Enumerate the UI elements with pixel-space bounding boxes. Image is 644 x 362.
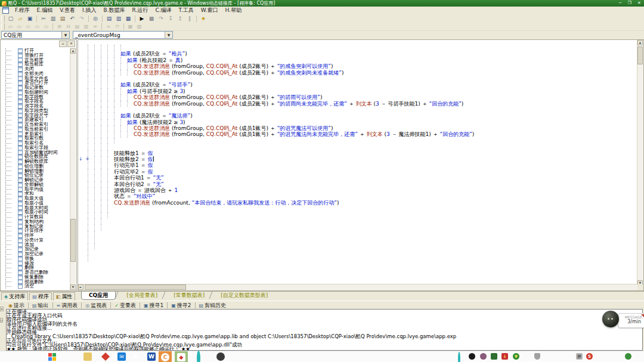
dock-pin-button[interactable]: ▫ xyxy=(59,41,67,47)
menu-item[interactable]: V.查看 xyxy=(56,7,79,14)
tree-item[interactable]: 加空记录 xyxy=(1,252,71,256)
purple-tray-icon[interactable] xyxy=(480,353,487,360)
close-button[interactable]: ✕ xyxy=(634,0,644,7)
scroll-down-icon[interactable]: ▼ xyxy=(70,284,76,290)
code-line[interactable]: 如果 (弓箭手技能2 ≥ 3) xyxy=(88,88,474,94)
code-line[interactable] xyxy=(88,206,474,212)
code-line[interactable]: 如果 (成员2职业 ＝ “魔法师”) xyxy=(88,113,474,119)
mdi-document-icon[interactable] xyxy=(2,7,9,14)
code-line[interactable] xyxy=(88,107,474,113)
tree-item[interactable]: 置当前索引 xyxy=(1,122,71,127)
red-download-tray-icon[interactable]: ↓ xyxy=(501,353,508,360)
tree-item[interactable]: 删除 xyxy=(1,265,71,270)
editor-tab[interactable]: [全局变量表] xyxy=(121,292,163,299)
code-line[interactable]: 技能释放1 ＝ 假 xyxy=(88,150,474,156)
red-app-icon[interactable]: ◆ xyxy=(175,351,188,362)
tree-item[interactable]: 更新索引 xyxy=(1,132,71,137)
teal-ring-tray-icon[interactable] xyxy=(458,353,465,360)
menu-item[interactable]: I.插入 xyxy=(79,7,100,14)
code-line[interactable]: CQ.发送群消息 (fromGroup, CQ.CQ码_At (成员2账号) ＋… xyxy=(88,70,474,76)
code-line[interactable]: 行动完毕1 ＝ 假 xyxy=(88,162,474,168)
code-line[interactable]: ↓ +技能释放2 ＝ 假 xyxy=(88,156,474,162)
code-line[interactable] xyxy=(88,237,474,243)
code-line[interactable] xyxy=(88,144,474,150)
tree-item[interactable]: 置加锁重试时间 xyxy=(1,150,71,155)
file-explorer-icon[interactable] xyxy=(83,352,92,361)
tree-item[interactable]: 锁住增删 xyxy=(1,164,71,169)
menu-item[interactable]: H.帮助 xyxy=(222,7,245,14)
run-icon[interactable]: ▶ xyxy=(138,14,146,23)
coolq-icon[interactable]: C xyxy=(159,351,172,362)
code-line[interactable]: CQ.发送群消息 (fromGroup, CQ.CQ码_At (成员1账号) ＋… xyxy=(88,125,474,131)
cascade-windows-icon[interactable]: ▦ xyxy=(124,14,132,23)
tree-item[interactable]: 恢复删除 xyxy=(1,275,71,280)
code-line[interactable]: 如果 (魔法师技能2 ≥ 3) xyxy=(88,119,474,125)
paste-icon[interactable]: ▤ xyxy=(58,14,67,23)
find-icon[interactable]: ◎ xyxy=(91,14,100,23)
tree-item[interactable]: 取库文件名 xyxy=(1,76,71,81)
tree-item[interactable]: 取索引数 xyxy=(1,136,71,141)
tree-item[interactable]: 全部关闭 xyxy=(1,72,71,76)
tree-item[interactable]: 修改 xyxy=(1,261,71,266)
tree-item[interactable]: 分类计算 xyxy=(1,238,71,243)
code-line[interactable]: CQ.发送群消息 (fromGroup, CQ.CQ码_At (成员1账号) ＋… xyxy=(88,131,474,137)
editor-tab[interactable]: CQ应用 xyxy=(81,292,116,300)
dark-circle-icon[interactable] xyxy=(216,352,225,361)
bottom-tab-剪辑历史[interactable]: ▤剪辑历史 xyxy=(197,302,229,310)
minimize-button[interactable]: ─ xyxy=(615,0,625,7)
code-line[interactable]: CQ.发送群消息 (fromGroup, CQ.CQ码_At (成员2账号) ＋… xyxy=(88,63,474,69)
output-close-button[interactable]: ✕ xyxy=(0,307,4,311)
bottom-tab-提示[interactable]: ◉提示 xyxy=(6,302,27,310)
tree-item[interactable]: 打开 xyxy=(1,48,71,53)
coin-tray-icon[interactable]: ¥ xyxy=(513,353,519,360)
tree-item[interactable]: 是否已打开 xyxy=(1,81,71,85)
tree-item[interactable]: 取最大值 xyxy=(1,196,71,201)
coolq-ball-icon[interactable] xyxy=(602,311,619,327)
tree-item[interactable]: 添加 xyxy=(1,243,71,247)
ime-tray-icon[interactable]: 拼 xyxy=(576,353,583,360)
new-file-icon[interactable]: ▢ xyxy=(7,14,15,23)
undo-icon[interactable]: ↶ xyxy=(68,14,76,23)
teal-ring-icon[interactable] xyxy=(197,352,206,361)
code-line[interactable] xyxy=(88,218,474,224)
tree-item[interactable]: 替换 xyxy=(1,256,71,261)
panel-tab-属性[interactable]: ◧属性 xyxy=(53,292,76,301)
red-s-tray-icon[interactable]: S xyxy=(586,353,593,360)
command-tree[interactable]: 打开替换打开置当前库取当前库关闭全部关闭取库文件名是否已打开取记录数取创建时间取… xyxy=(1,48,71,290)
code-line[interactable] xyxy=(88,76,474,82)
tree-item[interactable]: 取索引字段 xyxy=(1,146,71,150)
tree-item[interactable]: 锁住记录 xyxy=(1,173,71,178)
tree-item[interactable]: 复制记录 xyxy=(1,224,71,229)
tree-item[interactable]: 取索引名 xyxy=(1,141,71,146)
code-line[interactable] xyxy=(88,45,474,51)
taskbar[interactable]: ✉WC◆ xyxy=(0,351,644,362)
qq-penguin-icon[interactable] xyxy=(469,353,475,360)
edge-browser-icon[interactable] xyxy=(131,352,140,361)
bottom-tab-调用表[interactable]: ≡调用表 xyxy=(54,302,80,310)
wizard-icon[interactable]: ★ xyxy=(199,14,208,23)
tree-item[interactable]: 锁住数据库 xyxy=(1,154,71,159)
tree-item[interactable]: 改字段名 xyxy=(1,104,71,109)
tree-item[interactable]: 新建索引 xyxy=(1,117,71,122)
tree-item[interactable]: 清空 xyxy=(1,284,71,289)
code-line[interactable]: 如果 (成员2职业 ＝ “枪兵”) xyxy=(88,51,474,57)
tree-item[interactable]: 取平均值 xyxy=(1,187,71,192)
scroll-right-icon[interactable]: ► xyxy=(78,284,83,290)
copy-icon[interactable]: ▥ xyxy=(49,14,57,23)
bottom-tab-监视表[interactable]: ◎监视表 xyxy=(83,302,109,310)
dock-close-button[interactable]: ✕ xyxy=(67,41,75,47)
tree-item[interactable]: 取字段名 xyxy=(1,99,71,104)
tree-item[interactable]: 替换打开 xyxy=(1,53,71,58)
code-line[interactable] xyxy=(88,212,474,218)
tree-item[interactable]: 复制结构 xyxy=(1,219,71,224)
code-line[interactable]: 如果 (枪兵技能2 ＝ 真) xyxy=(88,57,474,63)
tree-item[interactable]: 全部解锁 xyxy=(1,182,71,187)
code-line[interactable]: 游戏回合 ＝ 游戏回合 ＋ 1 xyxy=(88,187,474,193)
menu-item[interactable]: E.编辑 xyxy=(33,7,57,14)
code-line[interactable]: 本回合行动1 ＝ “无” xyxy=(88,175,474,181)
code-line[interactable]: 本回合行动2 ＝ “无” xyxy=(88,181,474,187)
code-line[interactable]: CQ.发送群消息 (fromAccount, “本回合结束，请玩家私聊我发送：行… xyxy=(88,200,474,206)
scrollbar-thumb[interactable] xyxy=(85,284,186,290)
code-line[interactable]: 行动完毕2 ＝ 假 xyxy=(88,169,474,175)
tree-item[interactable]: 关闭 xyxy=(1,67,71,72)
